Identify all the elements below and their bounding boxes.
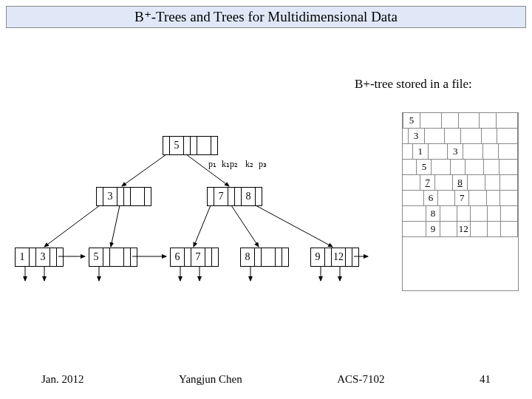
footer-date: Jan. 2012: [41, 373, 84, 386]
svg-line-0: [122, 154, 166, 186]
footer-course: ACS-7102: [337, 373, 384, 386]
svg-line-2: [44, 205, 100, 247]
footer: Jan. 2012 Yangjun Chen ACS-7102 41: [0, 373, 532, 386]
svg-line-5: [231, 205, 259, 247]
ptr-label: p₃: [259, 159, 267, 170]
footer-page: 41: [480, 373, 491, 386]
file-table: 53135 78678912: [402, 112, 519, 291]
page-title: B⁺-Trees and Trees for Multidimensional …: [6, 6, 526, 28]
tree-root: 5: [163, 136, 218, 155]
tree-leaf: 8: [240, 248, 289, 267]
ptr-label: k₁p₂: [222, 159, 238, 170]
ptr-label: k₂: [245, 159, 253, 170]
tree-internal: 3: [96, 187, 151, 206]
tree-leaf: 5: [89, 248, 137, 267]
caption: B+-tree stored in a file:: [355, 77, 472, 92]
tree-leaf: 13: [15, 248, 64, 267]
svg-line-6: [256, 205, 332, 247]
svg-line-3: [111, 205, 120, 247]
footer-author: Yangjun Chen: [179, 373, 242, 386]
ptr-label: p₁: [208, 159, 216, 170]
tree-internal: 78: [207, 187, 262, 206]
svg-line-4: [194, 205, 211, 247]
tree-leaf: 67: [170, 248, 219, 267]
tree-leaf: 912: [310, 248, 359, 267]
